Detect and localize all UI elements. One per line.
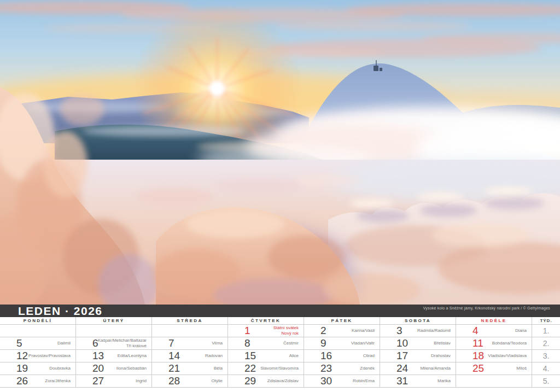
week-row: 12Pravoslav/Pravoslava13Edita/Leontýna14… [0, 350, 560, 362]
name-day-label: Marika [438, 378, 451, 384]
day-cell: 31Marika [380, 375, 456, 387]
day-cell: 4Diana [456, 325, 532, 337]
day-number: 19 [16, 362, 28, 375]
week-number: 5. [532, 375, 560, 387]
photo-credit-label: Vysoké kolo a Sněžné jámy, Krkonošský ná… [423, 306, 550, 310]
name-day-label: Ilona/Sebastián [116, 366, 147, 371]
day-cell: 15Alice [228, 350, 304, 362]
day-number: 14 [168, 350, 180, 362]
day-number: 17 [396, 350, 408, 362]
title-bar: LEDEN · 2026 Vysoké kolo a Sněžné jámy, … [0, 305, 560, 317]
day-cell: 27Ingrid [76, 375, 152, 387]
name-day-label: Alice [289, 353, 299, 359]
day-number: 16 [320, 350, 332, 362]
name-day-label: Čestmír [283, 341, 299, 346]
day-number: 28 [168, 375, 180, 387]
day-number: 24 [396, 362, 408, 375]
day-cell: 2Karina/Vasil [304, 325, 380, 337]
name-day-label: Břetislav [434, 341, 451, 346]
day-cell: 1Státní svátekNový rok [228, 325, 304, 337]
name-day-label: Edita/Leontýna [118, 353, 147, 359]
name-day-label: Zdislava/Zdislav [267, 378, 299, 384]
day-cell: 22Slavomír/Slavomíra [228, 362, 304, 375]
day-cell: 21Běla [152, 362, 228, 375]
day-header-saturday: SOBOTA [380, 317, 456, 324]
day-number: 18 [472, 350, 484, 362]
day-number: 4 [472, 325, 479, 337]
day-number: 1 [244, 325, 250, 337]
day-number: 13 [92, 350, 104, 362]
calendar-page: LEDEN · 2026 Vysoké kolo a Sněžné jámy, … [0, 0, 560, 392]
landscape-photo [0, 0, 560, 305]
day-number: 2 [320, 325, 326, 337]
day-cell: 29Zdislava/Zdislav [228, 375, 304, 387]
week-number: 3. [532, 350, 560, 362]
calendar-header-row: PONDĚLÍ ÚTERÝ STŘEDA ČTVRTEK PÁTEK SOBOT… [0, 317, 560, 325]
day-number: 30 [320, 375, 332, 387]
name-day-label: Miloš [516, 366, 527, 371]
name-day-label: Otýlie [212, 378, 223, 384]
day-number: 11 [472, 337, 483, 349]
day-number: 20 [92, 362, 104, 375]
name-day-label: Karina/Vasil [352, 328, 375, 334]
day-cell: 18Vladislav/Vladislava [456, 350, 532, 362]
day-number: 10 [396, 337, 408, 349]
day-cell: 9Vladan/Valtr [304, 337, 380, 349]
day-number: 8 [244, 337, 250, 349]
day-cell: 19Doubravka [0, 362, 76, 375]
day-cell: 11Bohdana/Teodora [456, 337, 532, 349]
day-cell: 14Radovan [152, 350, 228, 362]
holiday-label: Státní svátekNový rok [273, 325, 299, 336]
name-day-label: Dalimil [57, 341, 71, 346]
day-header-wednesday: STŘEDA [152, 317, 228, 324]
day-cell: 17Drahoslav [380, 350, 456, 362]
day-number: 9 [320, 337, 326, 349]
day-header-monday: PONDĚLÍ [0, 317, 76, 324]
name-day-label: Ingrid [136, 378, 147, 384]
day-cell [152, 325, 228, 337]
week-number: 1. [532, 325, 560, 337]
week-number: 4. [532, 362, 560, 375]
name-day-label: Radmila/Radomil [417, 328, 451, 334]
week-number: 2. [532, 337, 560, 349]
month-title: LEDEN · 2026 [18, 305, 103, 317]
day-cell: 7Vilma [152, 337, 228, 349]
name-day-label: Radovan [205, 353, 223, 359]
name-day-label: Ctirad [363, 353, 375, 359]
day-cell: 30Robin/Erna [304, 375, 380, 387]
name-day-label: Běla [214, 366, 223, 371]
day-number: 26 [16, 375, 28, 387]
day-cell: 25Miloš [456, 362, 532, 375]
name-day-label: Milena/Amanda [420, 366, 451, 371]
name-day-label: Vladan/Valtr [351, 341, 375, 346]
week-row: 5Dalimil6Kašpar/Melichar/BaltazarTři krá… [0, 337, 560, 350]
name-day-label: Diana [515, 328, 527, 334]
calendar-grid: PONDĚLÍ ÚTERÝ STŘEDA ČTVRTEK PÁTEK SOBOT… [0, 317, 560, 388]
day-cell: 6Kašpar/Melichar/BaltazarTři králové [76, 337, 152, 349]
week-column-header: TÝD. [532, 317, 560, 324]
week-row: 19Doubravka20Ilona/Sebastián21Běla22Slav… [0, 362, 560, 375]
day-header-thursday: ČTVRTEK [228, 317, 304, 324]
week-row: 1Státní svátekNový rok2Karina/Vasil3Radm… [0, 325, 560, 337]
winter-landscape-image [0, 0, 560, 305]
day-number: 27 [92, 375, 104, 387]
day-number: 22 [244, 362, 256, 375]
day-cell: 10Břetislav [380, 337, 456, 349]
day-number: 23 [320, 362, 332, 375]
day-cell: 24Milena/Amanda [380, 362, 456, 375]
name-day-label: Pravoslav/Pravoslava [28, 353, 71, 359]
day-number: 12 [16, 350, 28, 362]
day-number: 5 [16, 337, 22, 349]
day-number: 25 [472, 362, 484, 375]
day-cell: 16Ctirad [304, 350, 380, 362]
day-number: 31 [396, 375, 408, 387]
day-cell: 12Pravoslav/Pravoslava [0, 350, 76, 362]
day-cell [0, 325, 76, 337]
name-day-label: Slavomír/Slavomíra [260, 366, 299, 371]
day-header-friday: PÁTEK [304, 317, 380, 324]
name-day-label: Zdeněk [360, 366, 375, 371]
day-header-sunday: NEDĚLE [456, 317, 532, 324]
day-number: 15 [244, 350, 256, 362]
day-cell [76, 325, 152, 337]
name-day-label: Robin/Erna [353, 378, 375, 384]
